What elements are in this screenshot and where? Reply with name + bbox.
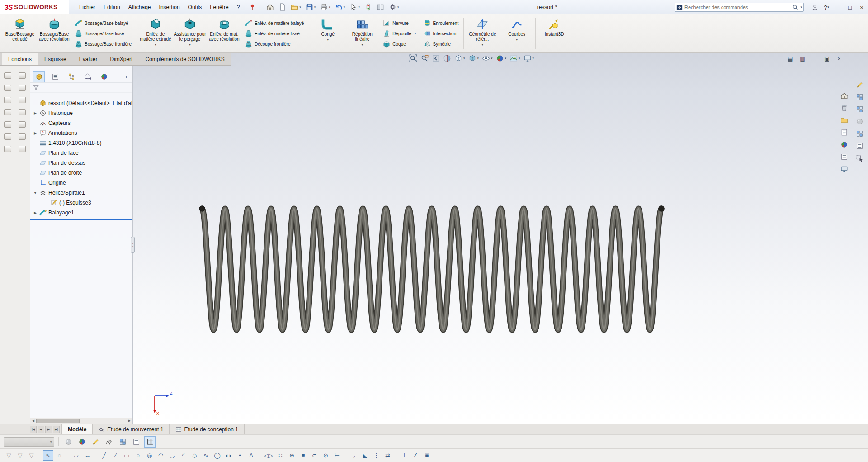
swept-boss-button[interactable]: Bossage/Base balayé [74,19,133,28]
left-dock-tool-11[interactable] [2,131,14,142]
open-button[interactable] [289,2,303,13]
lofted-boss-button[interactable]: Bossage/Base lissé [74,29,133,38]
panel-splitter-handle[interactable]: ⋮ [131,237,135,253]
scroll-left-icon[interactable]: ◀ [30,418,36,424]
corner-rectangle-button[interactable]: ▭ [122,450,132,461]
convert-entities-button[interactable]: ⊂ [309,450,320,461]
tree-item-balayage1[interactable]: ▶ Balayage1 [30,208,132,218]
login-button[interactable] [809,2,820,13]
side-pattern-tool-2[interactable] [854,104,865,114]
menu-item[interactable]: Fichier [75,2,99,12]
slot-button[interactable]: ◖◗ [223,450,234,461]
draft-button[interactable]: Dépouille [382,29,417,38]
mirror-button[interactable]: Symétrie [422,39,460,48]
axes-grid-button[interactable] [144,436,156,448]
design-study-tab[interactable]: Etude de conception 1 [170,424,244,434]
tree-item-plan-de-dessus[interactable]: Plan de dessus [30,158,132,168]
view-palette-tab[interactable] [839,127,849,137]
edit-appearance-button[interactable] [496,54,507,62]
smart-dimension-button[interactable]: ↔ [82,450,93,461]
options-button[interactable] [387,2,401,13]
tangent-arc-button[interactable]: ◡ [167,450,177,461]
centerpoint-arc-button[interactable]: ◠ [156,450,166,461]
select-button[interactable]: ↖ [43,450,53,461]
left-dock-tool-2[interactable] [16,70,28,81]
instant3d-button[interactable]: Instant3D [537,15,571,52]
left-dock-tool-5[interactable] [2,95,14,105]
shell-button[interactable]: Coque [382,39,417,48]
close-button[interactable]: × [856,2,867,13]
custom-properties-tab[interactable] [839,152,849,162]
expand-panel-button[interactable]: › [123,74,130,80]
perimeter-circle-button[interactable]: ◎ [144,450,155,461]
extruded-cut-button[interactable]: Enlèv. de matière extrudé [138,15,173,52]
centerline-button[interactable]: ∕ [110,450,121,461]
home-button[interactable] [264,2,276,13]
tree-item-origine[interactable]: Origine [30,178,132,188]
intersect-button[interactable]: Intersection [422,29,460,38]
tree-item-esquisse3[interactable]: (-) Esquisse3 [30,198,132,208]
file-explorer-tab[interactable] [839,115,849,125]
scroll-right-icon[interactable]: ▶ [127,418,132,424]
display-panes-button[interactable] [375,2,386,13]
tab-dimxpert[interactable]: DimXpert [104,53,139,65]
expander-icon[interactable]: ▶ [33,211,38,215]
tree-item-plan-de-face[interactable]: Plan de face [30,148,132,158]
save-button[interactable] [304,2,318,13]
tab-nav-button[interactable]: ▶| [53,426,60,433]
polygon-button[interactable]: ◇ [189,450,200,461]
undo-button[interactable] [333,2,347,13]
search-commands-icon[interactable] [676,4,683,10]
tree-item-capteurs[interactable]: Capteurs [30,118,132,128]
side-list-tool[interactable] [854,141,865,151]
mirror-entities-button[interactable]: ◁▷ [263,450,274,461]
menu-item[interactable]: Edition [99,2,124,12]
fully-define-sketch-button[interactable]: ▣ [422,450,432,461]
three-point-arc-button[interactable]: ◜ [178,450,189,461]
sketch-fillet-button[interactable]: ◞ [349,450,359,461]
menu-item[interactable]: Insertion [155,2,184,12]
minimize-button[interactable]: – [833,2,844,13]
side-pattern-tool-3[interactable] [854,129,865,138]
cascade-windows-button[interactable]: ▤ [786,55,795,63]
resources-tab[interactable] [839,90,849,100]
tab-nav-button[interactable]: ◀ [38,426,44,433]
view-settings-button[interactable] [524,54,534,62]
left-dock-tool-9[interactable] [2,119,14,129]
spline-button[interactable]: ∿ [201,450,211,461]
tab-nav-button[interactable]: ▶ [45,426,52,433]
expander-icon[interactable]: ▶ [33,131,38,135]
tab-evaluer[interactable]: Evaluer [73,53,104,65]
boundary-boss-button[interactable]: Bossage/Base frontière [74,39,133,48]
featuremanager-tab[interactable] [33,71,45,82]
pattern-grid-button[interactable] [117,436,128,448]
tree-item-material[interactable]: 1.4310 (X10CrNi18-8) [30,138,132,148]
extend-entities-button[interactable]: ⊢ [332,450,342,461]
zoom-area-button[interactable] [420,54,429,62]
display-relations-button[interactable]: ∠ [410,450,421,461]
reference-geometry-button[interactable]: Géométrie de référ... [465,15,500,52]
fillet-button[interactable]: Congé [311,15,345,52]
boundary-cut-button[interactable]: Découpe frontière [244,39,305,48]
selection-filter-button[interactable] [363,2,374,13]
rib-button[interactable]: Nervure [382,19,417,28]
appearance-sphere-button[interactable] [63,436,74,448]
swept-cut-button[interactable]: Enlèv. de matière balayé [244,19,305,28]
scrollbar-thumb[interactable] [36,419,80,423]
maximize-button[interactable]: □ [844,2,855,13]
scene-sphere-button[interactable] [76,436,88,448]
magnifier-icon[interactable] [792,4,798,10]
expander-icon[interactable]: ▼ [33,191,38,195]
disabled-combobox[interactable] [4,437,54,447]
apply-scene-button[interactable] [509,54,520,62]
view-orientation-button[interactable] [454,54,465,62]
linear-pattern-button[interactable]: Répétition linéaire [345,15,379,52]
new-document-button[interactable] [277,2,288,13]
hole-wizard-button[interactable]: Assistance pour le perçage [173,15,207,52]
display-style-button[interactable] [468,54,479,62]
sketch-chamfer-button[interactable]: ◣ [360,450,370,461]
close-document-button[interactable]: × [835,55,844,63]
menu-item[interactable]: Affichage [124,2,155,12]
left-dock-tool-14[interactable] [16,143,28,154]
section-view-button[interactable] [443,54,451,62]
